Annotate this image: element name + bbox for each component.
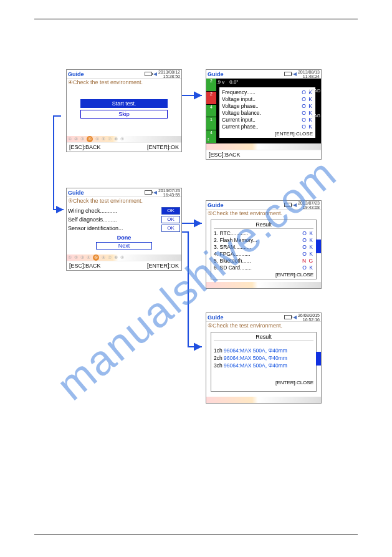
screen-start-test: Guide 2013/08/12 15:28:50 ④Check the tes… [66, 69, 182, 152]
step-strip: ①②③④⑤⑥⑦⑧⑨ [67, 254, 181, 261]
title-text: Guide [208, 314, 224, 321]
close-hint: [ENTER]:CLOSE [214, 272, 313, 278]
lead-label: LEAD [309, 89, 320, 93]
row-value: OK [161, 207, 180, 215]
done-label: Done [68, 235, 180, 241]
timestamp: 26/08/2015 16:52:16 [298, 313, 320, 322]
result-popup: Result 1. RTC............O K 2. Flash Me… [211, 220, 317, 279]
row-value: OK [161, 216, 180, 223]
status-right: [ENTER]:OK [147, 263, 179, 269]
list-item: Current input..O K [222, 117, 313, 123]
row-label: Sensor identification... [68, 225, 123, 231]
list-item: Voltage input..O K [222, 96, 313, 102]
arrow-icon [293, 316, 297, 319]
scroll-indicator [316, 352, 321, 366]
title-bar: Guide 2013/07/23 19:43:08 [206, 201, 321, 210]
status-left: [ESC]:BACK [209, 152, 241, 158]
battery-icon [284, 72, 292, 76]
scroll-indicator [316, 240, 321, 253]
screen-sensor-result: Guide 26/08/2015 16:52:16 ⑤Check the tes… [206, 312, 322, 404]
row-value: OK [161, 225, 180, 232]
result-title: Result [214, 334, 313, 341]
list-item: Frequency......O K [222, 89, 313, 95]
list-item: 4. FPGA...........O K [214, 251, 313, 257]
subtitle: ⑤Check the test environment. [206, 322, 321, 329]
arrow-icon [153, 191, 157, 195]
timestamp: 2013/07/23 19:43:08 [298, 201, 320, 210]
screen-check-list: Guide 2013/07/23 16:43:55 ⑤Check the tes… [66, 188, 182, 271]
subtitle: ⑤Check the test environment. [67, 197, 181, 205]
subtitle: ④Check the test environment. [67, 79, 181, 86]
row-wiring-check[interactable]: Wiring check........... OK [68, 207, 180, 215]
channel-row: 1ch 96064:MAX 500A, Φ40mm [214, 347, 313, 354]
close-hint: [ENTER]:CLOSE [222, 131, 313, 137]
arrow-icon [153, 72, 157, 76]
angle-value: 0.0° [229, 79, 238, 85]
channel-row: 3ch 96064:MAX 500A, Φ40mm [214, 362, 313, 369]
arrow-icon [293, 72, 297, 76]
title-text: Guide [208, 202, 224, 208]
list-item: 5. Bluetooth......N G [214, 258, 313, 264]
step-strip [206, 397, 321, 403]
f-label: f [208, 137, 209, 142]
phase-gauge: 2 2 4 1 4 [206, 79, 216, 143]
close-hint: [ENTER]:CLOSE [214, 380, 313, 385]
title-bar: Guide 2013/08/13 11:48:24 [206, 70, 321, 79]
row-self-diagnosis[interactable]: Self diagnosis......... OK [68, 216, 180, 223]
battery-icon [145, 190, 152, 195]
step-strip [206, 282, 321, 288]
list-item: Voltage balance.O K [222, 110, 313, 116]
status-right: [ENTER]:OK [147, 144, 179, 150]
status-bar: [ESC]:BACK [ENTER]:OK [67, 142, 181, 152]
list-item: 2. Flash Memory...O K [214, 237, 313, 243]
status-bar: [ESC]:BACK [ENTER]:OK [67, 261, 181, 270]
figure-canvas: Guide 2013/08/12 15:28:50 ④Check the tes… [50, 69, 355, 437]
timestamp: 2013/08/13 11:48:24 [298, 70, 320, 79]
step-strip: ①②③④⑤⑥⑦⑧⑨ [67, 136, 181, 142]
battery-icon [284, 315, 292, 319]
timestamp: 2013/08/12 15:28:50 [158, 70, 180, 79]
list-item: Voltage phase..O K [222, 103, 313, 109]
wiring-popup: Frequency......O K Voltage input..O K Vo… [219, 87, 316, 138]
list-item: 6. SD Card........O K [214, 264, 313, 271]
subtitle: ⑤Check the test environment. [206, 210, 321, 217]
list-item: 1. RTC............O K [214, 230, 313, 236]
battery-icon [284, 203, 292, 207]
title-text: Guide [68, 190, 84, 196]
step-strip [206, 143, 321, 150]
row-label: Wiring check........... [68, 208, 117, 214]
row-label: Self diagnosis......... [68, 216, 117, 223]
page-rule-top [34, 19, 358, 19]
list-item: Current phase..O K [222, 124, 313, 130]
result-popup: Result 1ch 96064:MAX 500A, Φ40mm 2ch 960… [211, 332, 317, 392]
battery-icon [145, 72, 152, 76]
channel-row: 2ch 96064:MAX 500A, Φ40mm [214, 355, 313, 361]
arrow-icon [293, 203, 297, 207]
result-title: Result [214, 221, 313, 229]
lag-label: LAG [312, 114, 320, 118]
list-item: 3. SRAM...........O K [214, 244, 313, 250]
page-rule-bottom [34, 535, 358, 535]
skip-button[interactable]: Skip [80, 110, 168, 119]
title-text: Guide [68, 71, 84, 77]
title-bar: Guide 26/08/2015 16:52:16 [206, 313, 321, 322]
measurement-header: 241.9 v 0.0° [206, 79, 321, 85]
title-bar: Guide 2013/07/23 16:43:55 [67, 188, 181, 197]
status-bar: [ESC]:BACK [206, 150, 321, 159]
screen-diag-result: Guide 2013/07/23 19:43:08 ⑤Check the tes… [206, 200, 322, 289]
start-test-button[interactable]: Start test. [80, 99, 168, 108]
screen-wiring-result: Guide 2013/08/13 11:48:24 241.9 v 0.0° 2… [206, 69, 322, 160]
timestamp: 2013/07/23 16:43:55 [158, 188, 180, 197]
status-left: [ESC]:BACK [69, 144, 101, 150]
next-button[interactable]: Next [96, 242, 152, 249]
title-bar: Guide 2013/08/12 15:28:50 [67, 70, 181, 79]
title-text: Guide [208, 71, 224, 77]
row-sensor-identification[interactable]: Sensor identification... OK [68, 225, 180, 232]
status-left: [ESC]:BACK [69, 263, 101, 269]
